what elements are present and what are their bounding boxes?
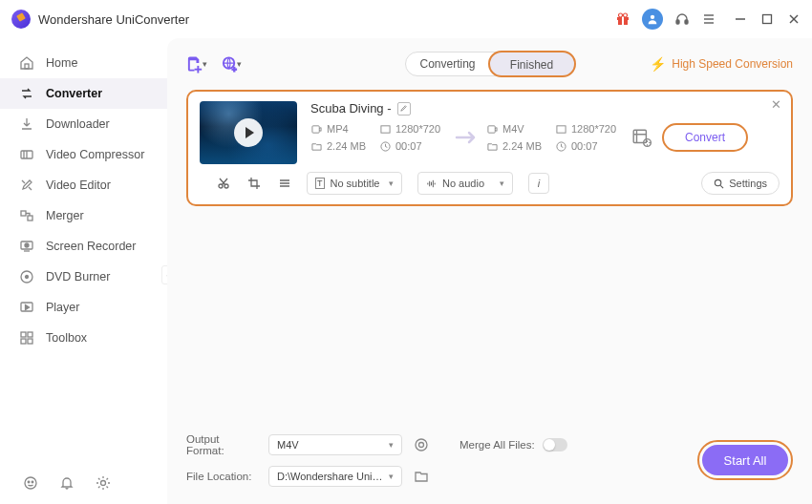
video-thumbnail[interactable]	[200, 101, 297, 164]
svg-point-30	[28, 481, 30, 483]
info-button[interactable]: i	[528, 173, 549, 194]
maximize-button[interactable]	[760, 12, 774, 26]
settings-button[interactable]: Settings	[701, 172, 780, 195]
video-icon	[486, 123, 498, 135]
bolt-icon: ⚡	[650, 56, 666, 72]
sidebar-item-home[interactable]: Home	[0, 48, 167, 78]
svg-point-32	[101, 481, 106, 486]
svg-rect-41	[487, 125, 494, 132]
video-icon	[310, 123, 322, 135]
sidebar-item-player[interactable]: Player	[0, 292, 167, 323]
sidebar-item-label: Player	[46, 301, 79, 314]
toolbox-icon	[19, 330, 34, 346]
svg-rect-39	[380, 125, 389, 132]
trim-icon[interactable]	[217, 177, 230, 190]
dst-duration: 00:07	[571, 140, 598, 152]
src-format: MP4	[327, 123, 349, 135]
subtitle-icon: T	[315, 178, 325, 189]
svg-rect-27	[21, 339, 26, 344]
sidebar-item-toolbox[interactable]: Toolbox	[0, 323, 167, 353]
edit-name-icon[interactable]	[397, 102, 411, 116]
folder-icon	[486, 140, 498, 152]
sidebar-item-label: Video Editor	[46, 178, 111, 192]
sidebar-item-compressor[interactable]: Video Compressor	[0, 139, 167, 170]
high-speed-conversion-button[interactable]: ⚡ High Speed Conversion	[650, 56, 793, 72]
file-location-label: File Location:	[186, 471, 257, 482]
sidebar: Home Converter Downloader Video Compress…	[0, 38, 167, 504]
dst-size: 2.24 MB	[502, 140, 542, 152]
burner-icon	[19, 269, 34, 284]
gear-icon[interactable]	[96, 475, 111, 491]
src-duration: 00:07	[395, 140, 422, 152]
convert-button[interactable]: Convert	[662, 123, 748, 152]
svg-rect-18	[28, 216, 32, 220]
sidebar-item-label: Toolbox	[46, 331, 87, 345]
more-icon[interactable]	[278, 177, 291, 190]
tab-converting[interactable]: Converting	[406, 52, 490, 75]
svg-rect-15	[25, 64, 29, 69]
merge-label: Merge All Files:	[459, 439, 535, 451]
recorder-icon	[19, 239, 34, 254]
search-settings-icon	[714, 178, 724, 189]
headset-icon[interactable]	[674, 11, 690, 27]
sidebar-item-burner[interactable]: DVD Burner	[0, 262, 167, 292]
svg-point-4	[624, 13, 628, 17]
menu-icon[interactable]	[701, 11, 716, 27]
svg-rect-34	[195, 69, 203, 71]
feedback-icon[interactable]	[23, 475, 38, 491]
sidebar-item-downloader[interactable]: Downloader	[0, 109, 167, 139]
svg-point-31	[32, 481, 33, 483]
tab-finished[interactable]: Finished	[488, 51, 576, 77]
open-folder-icon[interactable]	[414, 469, 429, 484]
crop-icon[interactable]	[247, 177, 261, 190]
audio-select[interactable]: No audio ▾	[417, 172, 513, 195]
arrow-icon	[448, 128, 486, 147]
app-title: Wondershare UniConverter	[38, 12, 189, 27]
svg-rect-7	[685, 20, 688, 24]
minimize-button[interactable]	[734, 12, 747, 26]
audio-icon	[426, 178, 437, 189]
svg-rect-28	[28, 339, 32, 344]
sidebar-item-label: Video Compressor	[46, 148, 144, 161]
start-all-button[interactable]: Start All	[702, 445, 788, 475]
src-resolution: 1280*720	[395, 123, 440, 135]
player-icon	[19, 300, 34, 315]
merge-toggle[interactable]	[543, 438, 567, 452]
src-size: 2.24 MB	[327, 140, 366, 152]
sidebar-item-label: Screen Recorder	[46, 240, 137, 253]
converter-icon	[19, 86, 34, 101]
close-button[interactable]	[787, 12, 801, 26]
user-avatar-icon[interactable]	[642, 9, 663, 30]
svg-rect-26	[28, 332, 32, 337]
svg-rect-17	[21, 211, 26, 216]
main-panel: ▾ ▾ Converting Finished ⚡ High Speed Con…	[167, 38, 812, 504]
start-all-wrap: Start All	[697, 440, 793, 480]
output-format-select[interactable]: M4V ▾	[268, 434, 402, 455]
clock-icon	[555, 140, 566, 152]
gift-icon[interactable]	[615, 11, 630, 27]
sidebar-item-converter[interactable]: Converter	[0, 78, 167, 109]
svg-rect-38	[311, 125, 318, 132]
subtitle-select[interactable]: T No subtitle ▾	[307, 172, 402, 195]
bell-icon[interactable]	[59, 475, 75, 491]
sidebar-item-editor[interactable]: Video Editor	[0, 170, 167, 200]
svg-point-3	[619, 13, 623, 17]
folder-icon	[310, 140, 322, 152]
high-speed-label: High Speed Conversion	[672, 57, 793, 71]
add-file-button[interactable]: ▾	[186, 53, 207, 74]
card-close-button[interactable]: ✕	[771, 97, 781, 112]
compressor-icon	[19, 147, 34, 162]
file-location-select[interactable]: D:\Wondershare UniConverter ▾	[268, 466, 402, 487]
sidebar-item-recorder[interactable]: Screen Recorder	[0, 231, 167, 262]
sidebar-item-label: Downloader	[46, 117, 110, 131]
sidebar-item-merger[interactable]: Merger	[0, 200, 167, 231]
svg-point-29	[25, 477, 36, 489]
add-url-button[interactable]: ▾	[221, 53, 242, 74]
svg-line-57	[721, 185, 724, 188]
chevron-down-icon: ▾	[389, 440, 394, 450]
output-settings-icon[interactable]	[414, 437, 429, 452]
clock-icon	[379, 140, 391, 152]
chevron-down-icon: ▾	[203, 59, 207, 69]
chevron-down-icon: ▾	[237, 59, 242, 69]
output-settings-icon[interactable]	[631, 127, 652, 148]
